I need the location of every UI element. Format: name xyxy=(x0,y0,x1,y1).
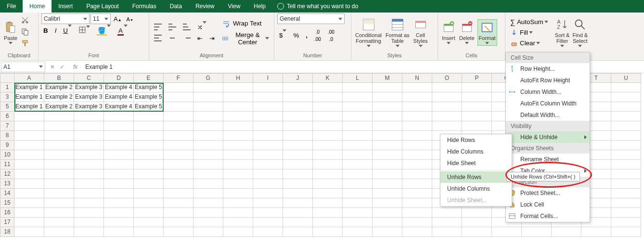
cell[interactable] xyxy=(253,208,283,218)
cell[interactable] xyxy=(193,189,223,198)
cell[interactable] xyxy=(193,179,223,189)
cell[interactable] xyxy=(402,227,432,237)
cancel-formula-button[interactable]: ✕ xyxy=(50,64,55,70)
cell[interactable] xyxy=(373,179,402,189)
cell[interactable] xyxy=(74,189,104,198)
cell[interactable] xyxy=(373,189,402,198)
cell[interactable] xyxy=(432,102,462,112)
cell[interactable] xyxy=(611,121,641,131)
row-header[interactable]: 10 xyxy=(0,150,14,160)
align-right-button[interactable] xyxy=(181,34,193,42)
cell[interactable] xyxy=(462,112,492,121)
cell[interactable] xyxy=(223,227,253,237)
cell[interactable] xyxy=(313,92,343,102)
clear-button[interactable]: Clear xyxy=(508,39,550,48)
cell[interactable] xyxy=(402,92,432,102)
cell[interactable] xyxy=(402,179,432,189)
cell[interactable] xyxy=(313,112,343,121)
cell[interactable] xyxy=(164,160,193,169)
column-header[interactable]: H xyxy=(223,73,253,83)
cell[interactable] xyxy=(283,83,313,92)
cell[interactable] xyxy=(164,112,193,121)
column-header[interactable]: U xyxy=(611,73,641,83)
cell[interactable] xyxy=(432,121,462,131)
tab-formulas[interactable]: Formulas xyxy=(126,0,163,13)
tab-file[interactable]: File xyxy=(0,0,23,13)
border-button[interactable] xyxy=(77,25,92,36)
cell[interactable] xyxy=(611,83,641,92)
cell[interactable] xyxy=(283,208,313,218)
submenu-hide-rows[interactable]: Hide Rows xyxy=(440,134,512,146)
cell[interactable] xyxy=(313,169,343,179)
cell[interactable] xyxy=(44,179,74,189)
cell[interactable] xyxy=(74,160,104,169)
column-header[interactable]: I xyxy=(253,73,283,83)
cell[interactable] xyxy=(373,121,402,131)
column-header[interactable]: B xyxy=(44,73,74,83)
cell[interactable] xyxy=(343,141,373,150)
cell[interactable] xyxy=(402,131,432,141)
cell[interactable] xyxy=(313,150,343,160)
cell[interactable] xyxy=(134,121,164,131)
cell[interactable] xyxy=(223,179,253,189)
cell[interactable] xyxy=(552,227,581,237)
cell[interactable] xyxy=(44,150,74,160)
cell[interactable] xyxy=(373,141,402,150)
cell[interactable] xyxy=(164,102,193,112)
cell[interactable]: Example 2 xyxy=(44,92,74,102)
cell[interactable] xyxy=(134,169,164,179)
row-header[interactable]: 1 xyxy=(0,83,14,92)
cell[interactable] xyxy=(74,141,104,150)
cell[interactable] xyxy=(462,227,492,237)
cell-styles-button[interactable]: Cell Styles xyxy=(412,17,429,48)
cell[interactable] xyxy=(343,160,373,169)
cell[interactable] xyxy=(104,150,134,160)
cell[interactable]: Example 4 xyxy=(104,92,134,102)
indent-increase-button[interactable]: ⇥ xyxy=(207,34,217,43)
decrease-decimal-button[interactable]: .00.0 xyxy=(326,27,336,43)
row-header[interactable]: 6 xyxy=(0,112,14,121)
cell[interactable] xyxy=(134,208,164,218)
cell[interactable] xyxy=(611,208,641,218)
orientation-button[interactable]: ⤭ xyxy=(195,23,208,32)
cell[interactable] xyxy=(402,208,432,218)
cell[interactable] xyxy=(402,169,432,179)
tab-view[interactable]: View xyxy=(221,0,247,13)
cell[interactable] xyxy=(253,102,283,112)
cell[interactable] xyxy=(373,102,402,112)
submenu-hide-columns[interactable]: Hide Columns xyxy=(440,146,512,157)
cell[interactable] xyxy=(44,198,74,208)
cell[interactable] xyxy=(74,112,104,121)
tab-page-layout[interactable]: Page Layout xyxy=(79,0,125,13)
cell[interactable] xyxy=(74,150,104,160)
cell[interactable] xyxy=(283,169,313,179)
cell[interactable] xyxy=(402,218,432,227)
cell[interactable] xyxy=(313,131,343,141)
cell[interactable] xyxy=(134,227,164,237)
align-middle-button[interactable] xyxy=(167,23,178,31)
column-header[interactable]: M xyxy=(373,73,402,83)
cell[interactable] xyxy=(193,150,223,160)
cell[interactable] xyxy=(164,208,193,218)
cell[interactable] xyxy=(253,131,283,141)
paste-button[interactable]: Paste xyxy=(3,20,18,45)
cell[interactable] xyxy=(193,102,223,112)
row-header[interactable]: 12 xyxy=(0,169,14,179)
cell[interactable] xyxy=(104,160,134,169)
menu-autofit-row-height[interactable]: AutoFit Row Height xyxy=(506,75,590,86)
cell[interactable] xyxy=(164,218,193,227)
cell[interactable] xyxy=(373,150,402,160)
cell[interactable] xyxy=(134,218,164,227)
cell[interactable] xyxy=(402,141,432,150)
cell[interactable] xyxy=(223,189,253,198)
cell[interactable] xyxy=(253,169,283,179)
cell[interactable] xyxy=(223,160,253,169)
cell[interactable] xyxy=(14,218,44,227)
cell[interactable] xyxy=(134,112,164,121)
cell[interactable] xyxy=(223,92,253,102)
cell[interactable] xyxy=(373,131,402,141)
cell[interactable] xyxy=(402,102,432,112)
cell[interactable] xyxy=(134,150,164,160)
cell[interactable] xyxy=(14,131,44,141)
cell[interactable] xyxy=(14,160,44,169)
